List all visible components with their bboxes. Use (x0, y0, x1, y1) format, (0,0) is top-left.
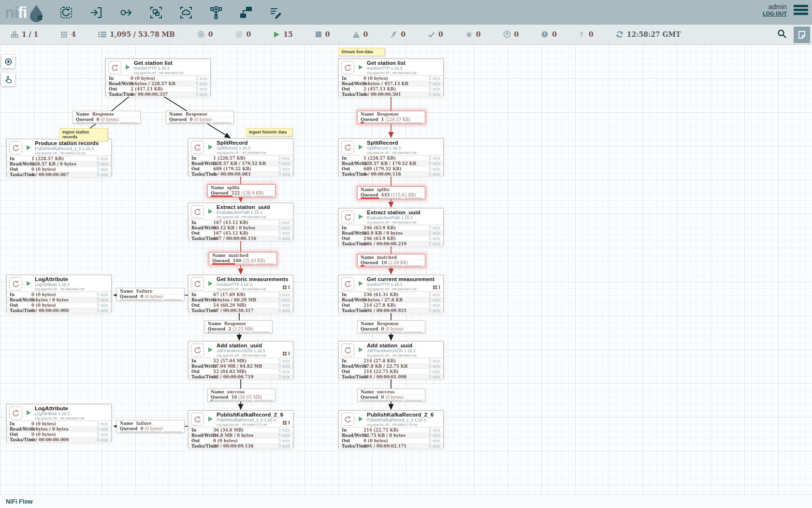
stat-queued: 1,095 / 53.78 MB (98, 30, 175, 38)
running-status-icon (27, 410, 31, 415)
threads-count: 1 (288, 420, 290, 425)
connection-label[interactable]: NameResponse Queued0 (0 bytes) (72, 111, 141, 124)
remote-process-group-icon[interactable] (179, 5, 193, 20)
stat-window: 5 min (278, 359, 290, 363)
template-icon[interactable] (239, 5, 253, 20)
processor[interactable]: Get station list InvokeHTTP 1.16.3 org.a… (105, 59, 211, 96)
stat-value: 167 (43.12 KB) (213, 220, 248, 225)
nifi-logo: nifi (5, 3, 44, 22)
processor[interactable]: PublishKafkaRecord_2_6 PublishKafkaRecor… (188, 410, 293, 448)
stat-window: 5 min (429, 241, 440, 246)
connection-label[interactable]: Namesplits Queued443 (115.62 KB) (357, 186, 425, 199)
processor[interactable]: LogAttribute LogAttribute 1.16.3 org.apa… (6, 275, 112, 313)
connection-label[interactable]: Namesuccess Queued0 (0 bytes) (357, 388, 425, 402)
stat-label: Out (10, 432, 18, 437)
processor[interactable]: Add station_uuid JoltTransformJSON 1.16.… (188, 341, 293, 379)
threads-icon (283, 352, 287, 356)
processor[interactable]: PublishKafkaRecord_2_6 PublishKafkaRecor… (338, 410, 444, 448)
stat-value: 167 / 00:00:00.116 (213, 236, 256, 241)
connection-label[interactable]: Namematched Queued10 (2.59 KB) (357, 254, 425, 267)
search-icon[interactable] (777, 29, 787, 41)
name-label: Name (211, 389, 224, 394)
connection-label[interactable]: NameFailure Queued0 (0 bytes) (116, 288, 185, 301)
threads-count: 1 (288, 285, 290, 290)
stat-row-out: Out 2 (457.13 KB) 5 min (106, 86, 210, 91)
processor-icon[interactable] (59, 5, 73, 20)
connection-name: failure (136, 421, 152, 426)
backpressure-bars (73, 122, 140, 124)
select-hand-button[interactable] (1, 73, 15, 86)
stat-value: 2 (457.13 KB) (363, 87, 396, 91)
connection-label[interactable]: NameResponse Queued0 (0 bytes) (166, 111, 234, 124)
connection-label[interactable]: NameResponse Queued0 (0 bytes) (357, 320, 425, 333)
stat-window: 5 min (278, 364, 290, 369)
input-port-icon[interactable] (89, 5, 103, 20)
processor[interactable]: Extract station_uuid EvaluateJsonPath 1.… (188, 203, 293, 240)
logout-link[interactable]: LOG OUT (763, 11, 787, 16)
name-label: Name (361, 187, 374, 192)
global-menu-icon[interactable] (794, 3, 808, 16)
stat-stale: 0 (503, 30, 519, 38)
stat-value: 63.9 KB / 0 bytes (363, 231, 403, 236)
object-threshold-bar (212, 263, 254, 265)
stat-refresh[interactable]: 12:58:27 GMT (616, 30, 681, 38)
flow-canvas[interactable]: Get station list InvokeHTTP 1.16.3 org.a… (0, 45, 812, 494)
stat-value: 214 (22.75 KB) (363, 369, 399, 374)
stat-window: 5 min (429, 231, 440, 236)
connection-label[interactable]: NameResponse Queued2 (3.25 MB) (204, 320, 273, 333)
birdseye-button[interactable] (1, 55, 15, 68)
canvas-label[interactable]: Stream live-data (338, 48, 385, 56)
processor[interactable]: LogAttribute LogAttribute 1.16.3 org.apa… (6, 404, 112, 442)
stat-stopped: 0 (315, 30, 330, 38)
processor-header: Get current measurement InvokeHTTP 1.16.… (339, 275, 443, 292)
connection-label[interactable]: Namesuccess Queued16 (50.03 MB) (207, 388, 276, 402)
stat-value: 0 bytes / 27.8 KB (363, 298, 403, 302)
canvas-label[interactable]: Ingest historic data (246, 128, 292, 136)
object-threshold-bar (361, 122, 402, 123)
stat-row-tasks-time: Tasks/Time 20 / 00:00:09.136 5 min (188, 443, 293, 448)
label-icon[interactable] (269, 5, 283, 20)
name-label: Name (169, 112, 183, 117)
funnel-icon[interactable] (209, 5, 223, 20)
stat-row-out: Out 214 (27.8 KB) 5 min (339, 302, 443, 308)
processor[interactable]: SplitRecord SplitRecord 1.16.3 org.apach… (188, 138, 293, 176)
stat-value: 2 / 00:00:00.501 (363, 92, 401, 97)
connection-label[interactable]: Namefailure Queued0 (0 bytes) (116, 420, 185, 433)
stat-row-in: In 0 (0 bytes) 5 min (106, 75, 210, 81)
processor-type: SplitRecord 1.16.3 (367, 146, 417, 150)
queued-size: (50.03 MB) (238, 395, 262, 400)
processor[interactable]: Extract station_uuid EvaluateJsonPath 1.… (338, 208, 444, 246)
breadcrumb-nifi-flow[interactable]: NiFi Flow (6, 498, 33, 505)
connection-label[interactable]: Namesplits Queued522 (136.4 KB) (207, 184, 276, 197)
queued-label: Queued (361, 260, 378, 265)
processor-bundle: org.apache.nifi - nifi-kafka-2-6-nar (217, 422, 283, 427)
output-port-icon[interactable] (119, 5, 133, 20)
processor[interactable]: Add station_uuid JoltTransformJSON 1.16.… (338, 341, 444, 379)
connection-queued-row: Queued0 (0 bytes) (117, 294, 184, 299)
processor-bundle: org.apache.nifi - nifi-standard-nar (367, 150, 417, 155)
processor[interactable]: Produce station records PublishKafkaReco… (6, 139, 112, 177)
running-status-icon (359, 145, 363, 149)
processor[interactable]: Get historic measurements InvokeHTTP 1.1… (188, 275, 293, 313)
process-group-icon[interactable] (149, 5, 163, 20)
canvas-label[interactable]: Ingest station records (59, 128, 108, 141)
stat-value: 0 (0 bytes) (363, 76, 388, 81)
connection-name-row: Namesuccess (208, 389, 275, 395)
connection-label[interactable]: Namematched Queued100 (25.43 KB) (209, 252, 277, 265)
processor-title: Add station_uuid (367, 343, 417, 348)
processor[interactable]: SplitRecord SplitRecord 1.16.3 org.apach… (338, 138, 444, 176)
stat-label: In (10, 292, 14, 297)
stat-value: 1 / 00:00:00.118 (363, 172, 401, 177)
processor[interactable]: Get current measurement InvokeHTTP 1.16.… (338, 275, 444, 313)
connection-label[interactable]: NameResponse Queued1 (228.57 KB) (357, 111, 425, 124)
size-threshold-bar (213, 122, 231, 123)
queued-count: 522 (232, 191, 240, 195)
bulletin-panel-button[interactable] (794, 27, 810, 43)
stat-label: In (10, 156, 14, 161)
running-status-icon (208, 281, 213, 286)
stat-value: 1 (228.57 KB) (31, 156, 64, 161)
processor-stamp-icon (341, 141, 354, 154)
refresh-icon[interactable] (616, 30, 624, 38)
processor[interactable]: Get station list InvokeHTTP 1.16.3 org.a… (338, 59, 444, 96)
stat-label: Out (10, 303, 18, 308)
